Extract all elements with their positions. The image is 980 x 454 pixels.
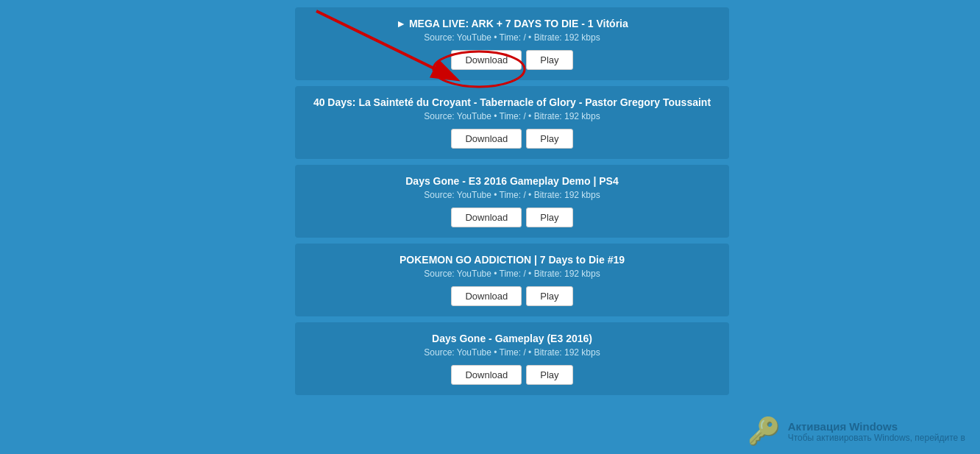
card-title-3: Days Gone - E3 2016 Gameplay Demo | PS4 [310,175,714,187]
key-icon: 🔑 [748,416,781,447]
download-button-5[interactable]: Download [451,365,522,385]
play-button-3[interactable]: Play [526,208,572,227]
card-title-4: POKEMON GO ADDICTION | 7 Days to Die #19 [310,254,714,266]
card-item-5: Days Gone - Gameplay (E3 2016) Source: Y… [295,322,729,395]
card-meta-4: Source: YouTube • Time: / • Bitrate: 192… [310,269,714,279]
card-title-1: ► MEGA LIVE: ARK + 7 DAYS TO DIE - 1 Vit… [310,18,714,29]
card-item-3: Days Gone - E3 2016 Gameplay Demo | PS4 … [295,165,729,238]
card-list: ► MEGA LIVE: ARK + 7 DAYS TO DIE - 1 Vit… [295,7,729,395]
card-title-2: 40 Days: La Sainteté du Croyant - Tabern… [310,96,714,108]
card-item-1: ► MEGA LIVE: ARK + 7 DAYS TO DIE - 1 Vit… [295,7,729,80]
activation-title: Активация Windows [788,420,965,433]
card-actions-2: Download Play [310,129,714,149]
download-button-1[interactable]: Download [451,50,522,70]
card-item-4: POKEMON GO ADDICTION | 7 Days to Die #19… [295,244,729,316]
download-button-2[interactable]: Download [451,129,522,149]
play-button-2[interactable]: Play [526,129,572,149]
play-button-1[interactable]: Play [526,50,572,70]
download-button-4[interactable]: Download [451,286,522,306]
card-actions-4: Download Play [310,286,714,306]
card-actions-1: Download Play [310,50,714,70]
download-button-3[interactable]: Download [451,208,522,227]
card-meta-1: Source: YouTube • Time: / • Bitrate: 192… [310,32,714,43]
main-container: ► MEGA LIVE: ARK + 7 DAYS TO DIE - 1 Vit… [0,0,980,454]
card-item-2: 40 Days: La Sainteté du Croyant - Tabern… [295,86,729,159]
activation-subtitle: Чтобы активировать Windows, перейдите в [788,433,965,443]
card-actions-3: Download Play [310,208,714,227]
card-title-5: Days Gone - Gameplay (E3 2016) [310,333,714,344]
card-meta-5: Source: YouTube • Time: / • Bitrate: 192… [310,347,714,358]
card-actions-5: Download Play [310,365,714,385]
windows-activation-watermark: 🔑 Активация Windows Чтобы активировать W… [748,416,965,447]
activation-text: Активация Windows Чтобы активировать Win… [788,420,965,443]
play-button-4[interactable]: Play [526,286,572,306]
play-button-5[interactable]: Play [526,365,572,385]
card-meta-2: Source: YouTube • Time: / • Bitrate: 192… [310,111,714,121]
card-meta-3: Source: YouTube • Time: / • Bitrate: 192… [310,190,714,200]
